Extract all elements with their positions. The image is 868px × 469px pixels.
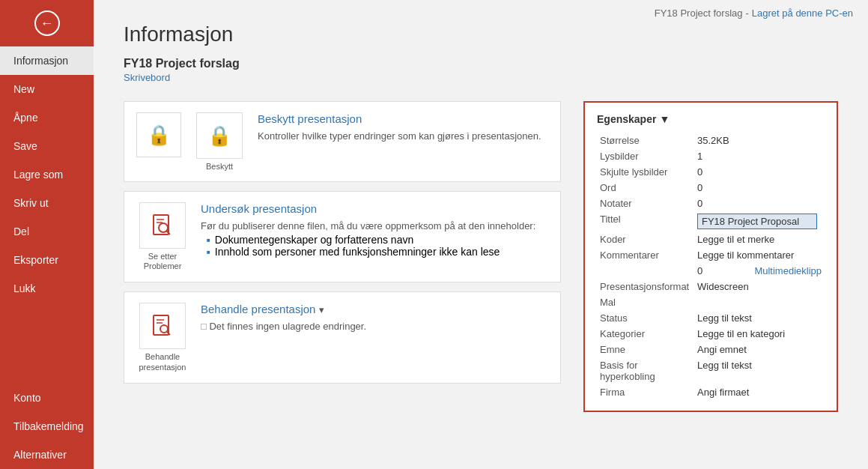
beskytt-desc: Kontroller hvilke typer endringer som ka… [258,129,548,144]
beskytt-label: Beskytt [206,162,233,171]
undersok-icon-wrapper [139,202,186,249]
back-button[interactable]: ← [0,0,94,46]
prop-value-ord: 0 [694,180,825,196]
sidebar-item-lagre-som[interactable]: Lagre som [0,160,94,189]
undersok-body: Undersøk presentasjon Før du publiserer … [201,202,548,258]
prop-label-kategorier: Kategorier [597,326,694,342]
undersok-card: Se etterProblemer Undersøk presentasjon … [124,191,561,282]
prop-row-format: Presentasjonsformat Widescreen [597,279,825,294]
prop-row-kommentarer: Kommentarer Legge til kommentarer [597,247,825,263]
behandle-body: Behandle presentasjon ▾ □ Det finnes ing… [201,303,548,334]
prop-row-koder: Koder Legge til et merke [597,232,825,247]
prop-value-tittel [694,211,825,232]
prop-row-skjulte: Skjulte lysbilder 0 [597,164,825,180]
sidebar-item-tilbakemelding[interactable]: Tilbakemelding [0,412,94,441]
prop-label-koder: Koder [597,232,694,247]
beskytt-icon-col: 🔒 Beskytt [193,112,246,171]
sidebar-item-eksporter[interactable]: Eksporter [0,246,94,274]
prop-value-mal[interactable] [694,294,825,310]
prop-value-status[interactable]: Legg til tekst [694,310,825,326]
prop-row-multimedia: 0 Multimedieklipp [597,263,825,279]
file-location[interactable]: Skrivebord [124,72,838,83]
svg-point-1 [159,223,168,232]
tittel-input[interactable] [697,214,817,229]
prop-label-mal: Mal [597,294,694,310]
prop-label-ord: Ord [597,180,694,196]
search-doc-icon [149,312,176,339]
sidebar-item-informasjon[interactable]: Informasjon [0,46,94,75]
behandle-icon-col: Behandlepresentasjon [136,303,189,372]
lock-icon: 🔒 [147,124,171,147]
undersok-icon-col: Se etterProblemer [136,202,189,271]
prop-row-basis: Basis for hyperkobling Legg til tekst [597,357,825,384]
prop-label-status: Status [597,310,694,326]
beskytt-body: Beskytt presentasjon Kontroller hvilke t… [258,112,548,144]
top-bar: FY18 Project forslag - Lagret på denne P… [655,7,853,19]
sidebar-item-konto[interactable]: Konto [0,384,94,412]
topbar-saved-link[interactable]: Lagret på denne PC-en [752,7,853,19]
cards-column: 🔒 🔒 Beskytt Beskytt presentasjon Kontrol… [124,101,561,384]
beskytt-icon-wrapper: 🔒 [196,112,243,159]
multimedieklipp-link[interactable]: Multimedieklipp [754,265,822,276]
back-circle-icon: ← [34,10,60,36]
sidebar-bottom: Konto Tilbakemelding Alternativer [0,384,94,469]
prop-label-format: Presentasjonsformat [597,279,694,294]
prop-value-firma[interactable]: Angi firmaet [694,384,825,400]
prop-row-mal: Mal [597,294,825,310]
sidebar-item-lukk[interactable]: Lukk [0,274,94,303]
prop-label-emne: Emne [597,342,694,357]
sidebar-item-new[interactable]: New [0,75,94,103]
undersok-title[interactable]: Undersøk presentasjon [201,202,548,215]
prop-row-firma: Firma Angi firmaet [597,384,825,400]
prop-value-kategorier[interactable]: Legge til en kategori [694,326,825,342]
prop-value-kommentarer[interactable]: Legge til kommentarer [694,247,825,263]
topbar-filename: FY18 Project forslag [655,7,743,19]
prop-value-basis[interactable]: Legg til tekst [694,357,825,384]
behandle-icon-wrapper [139,303,186,349]
prop-row-ord: Ord 0 [597,180,825,196]
prop-label-tittel: Tittel [597,211,694,232]
prop-value-multimedia: 0 Multimedieklipp [694,263,825,279]
behandle-card: Behandlepresentasjon Behandle presentasj… [124,291,561,383]
magnifier-doc-icon [149,212,176,239]
prop-label-storrelse: Størrelse [597,133,694,148]
undersok-desc: Før du publiserer denne filen, må du vær… [201,219,548,234]
content-row: 🔒 🔒 Beskytt Beskytt presentasjon Kontrol… [124,101,838,412]
prop-row-tittel: Tittel [597,211,825,232]
beskytt-title[interactable]: Beskytt presentasjon [258,112,548,125]
chevron-down-icon: ▼ [659,113,670,125]
properties-panel: Egenskaper ▼ Størrelse 35.2KB Lysbilder … [583,101,838,412]
beskytt-card: 🔒 🔒 Beskytt Beskytt presentasjon Kontrol… [124,101,561,182]
prop-row-lysbilder: Lysbilder 1 [597,148,825,164]
prop-value-emne[interactable]: Angi emnet [694,342,825,357]
prop-row-notater: Notater 0 [597,196,825,211]
prop-label-lysbilder: Lysbilder [597,148,694,164]
properties-table: Størrelse 35.2KB Lysbilder 1 Skjulte lys… [597,133,825,400]
sidebar-item-apne[interactable]: Åpne [0,103,94,132]
sidebar-item-alternativer[interactable]: Alternativer [0,441,94,469]
svg-point-6 [160,325,168,333]
file-name: FY18 Project forslag [124,57,838,70]
behandle-title[interactable]: Behandle presentasjon ▾ [201,303,548,315]
sidebar-item-skriv-ut[interactable]: Skriv ut [0,189,94,217]
prop-value-notater: 0 [694,196,825,211]
prop-value-format: Widescreen [694,279,825,294]
properties-header[interactable]: Egenskaper ▼ [597,113,825,125]
bullet-2: Innhold som personer med funksjonshemnin… [207,246,548,258]
main-content: FY18 Project forslag - Lagret på denne P… [94,0,868,469]
prop-value-koder[interactable]: Legge til et merke [694,232,825,247]
prop-row-kategorier: Kategorier Legge til en kategori [597,326,825,342]
prop-label-notater: Notater [597,196,694,211]
beskytt-icon-box: 🔒 [136,112,181,157]
prop-label-multimedia [597,263,694,279]
behandle-desc: □ Det finnes ingen ulagrede endringer. [201,319,548,334]
sidebar-item-del[interactable]: Del [0,217,94,246]
sidebar: ← Informasjon New Åpne Save Lagre som Sk… [0,0,94,469]
prop-row-storrelse: Størrelse 35.2KB [597,133,825,148]
behandle-label: Behandlepresentasjon [139,352,186,372]
sidebar-item-save[interactable]: Save [0,132,94,160]
prop-value-lysbilder: 1 [694,148,825,164]
prop-row-status: Status Legg til tekst [597,310,825,326]
undersok-bullets: Dokumentegenskaper og forfatterens navn … [201,234,548,258]
topbar-separator: - [746,7,749,19]
